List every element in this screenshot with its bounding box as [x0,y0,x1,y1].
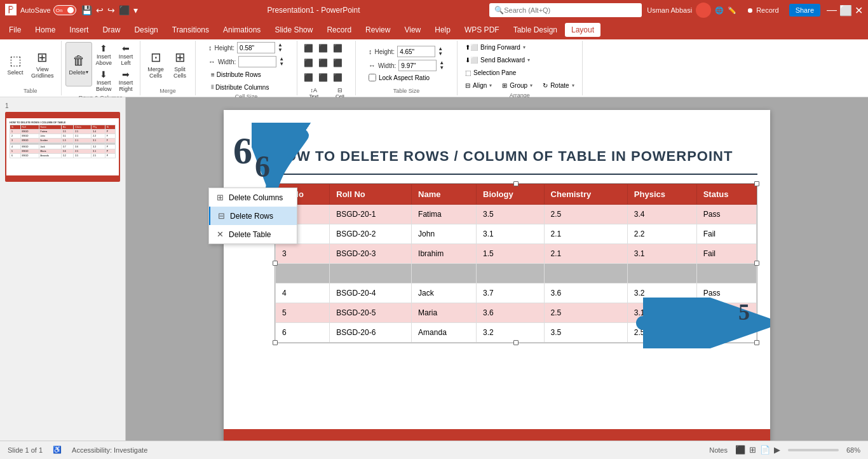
cell-height-input[interactable] [237,42,275,53]
rotate-button[interactable]: ↻ Rotate ▾ [539,80,578,91]
menu-review[interactable]: Review [359,23,397,37]
menu-record[interactable]: Record [320,23,358,37]
menu-table-design[interactable]: Table Design [507,23,564,37]
table-height-icon: ↕ [369,48,372,55]
delete-button[interactable]: 🗑 Delete ▾ [65,42,92,86]
table-width-input[interactable] [398,60,437,71]
delete-rows-item[interactable]: ⊟ Delete Rows [209,207,297,225]
align-mid-right[interactable]: ⬛ [330,57,344,69]
insert-above-button[interactable]: ⬆ Insert Above [93,42,115,67]
status-bar: Slide 1 of 1 ♿ Accessibility: Investigat… [0,441,868,458]
menu-help[interactable]: Help [428,23,457,37]
menu-layout[interactable]: Layout [565,23,600,37]
lock-aspect-label: Lock Aspect Ratio [379,74,430,81]
bring-forward-button[interactable]: ⬆⬜ Bring Forward ▾ [461,42,529,53]
zoom-slider[interactable] [788,449,839,451]
present-icon[interactable]: ⬛ [119,5,130,15]
cell-width-label: Width: [218,58,236,65]
distribute-rows-button[interactable]: ≡ Distribute Rows [208,70,264,79]
handle-tc[interactable] [513,181,519,186]
group-button[interactable]: ⊞ Group ▾ [498,80,536,91]
autosave-toggle[interactable]: On [53,5,76,15]
th-chemistry: Chemistry [544,184,627,205]
insert-below-button[interactable]: ⬇ Insert Below [93,68,115,93]
table-size-group-label: Table Size [393,88,420,94]
handle-mr[interactable] [754,261,759,266]
table-height-input[interactable] [397,46,435,57]
align-mid-left[interactable]: ⬛ [301,57,315,69]
margins-icon: ⊟ [337,87,342,93]
insert-below-icon: ⬇ [100,69,107,79]
dropdown-icon[interactable]: ▾ [133,5,138,15]
table-width-down[interactable]: ▼ [439,65,444,71]
share-button[interactable]: Share [789,4,820,17]
record-button[interactable]: ⏺ Record [740,4,785,17]
search-bar[interactable]: 🔍 [489,3,642,17]
menu-design[interactable]: Design [128,23,164,37]
cell-height-spinners: ▲ ▼ [278,43,283,53]
handle-bl[interactable] [273,340,278,345]
align-button[interactable]: ⊟ Align ▾ [461,80,496,91]
cell-height-down[interactable]: ▼ [278,48,283,53]
ribbon-group-alignment: ⬛ ⬛ ⬛ ⬛ ⬛ ⬛ ⬛ ⬛ ⬛ ↕A Text Direc [297,41,356,95]
insert-left-button[interactable]: ⬅ Insert Left [116,42,136,67]
redo-icon[interactable]: ↪ [107,5,115,15]
record-icon: ⏺ [747,6,754,14]
bring-forward-arrow[interactable]: ▾ [523,45,526,50]
menu-animations[interactable]: Animations [217,23,267,37]
menu-wps[interactable]: WPS PDF [458,23,506,37]
delete-columns-item[interactable]: ⊞ Delete Columns [209,188,297,207]
save-icon[interactable]: 💾 [81,5,92,15]
search-icon: 🔍 [494,6,504,15]
send-backward-arrow[interactable]: ▾ [527,57,530,63]
insert-right-button[interactable]: ➡ Insert Right [116,68,136,93]
cell-width-input[interactable] [238,56,276,67]
align-top-right[interactable]: ⬛ [330,42,344,55]
close-icon[interactable]: ✕ [855,4,863,17]
delete-table-item[interactable]: ✕ Delete Table [209,225,297,243]
table-height-down[interactable]: ▼ [438,51,443,57]
align-top-left[interactable]: ⬛ [301,42,315,55]
normal-view-icon[interactable]: ⬛ [735,445,745,455]
align-bot-left[interactable]: ⬛ [301,71,315,84]
notes-button[interactable]: Notes [709,446,728,454]
align-bot-right[interactable]: ⬛ [330,71,344,84]
handle-bc[interactable] [513,340,519,345]
window-controls: — ⬜ ✕ [827,4,863,17]
distribute-cols-button[interactable]: ⦀ Distribute Columns [208,82,271,92]
slide-sorter-icon[interactable]: ⊞ [749,445,756,455]
app-logo-icon: 🅿 [5,4,17,17]
undo-icon[interactable]: ↩ [96,5,104,15]
restore-icon[interactable]: ⬜ [839,4,852,17]
split-cells-button[interactable]: ⊞ Split Cells [168,42,191,86]
menu-slideshow[interactable]: Slide Show [268,23,319,37]
menu-draw[interactable]: Draw [96,23,126,37]
align-bot-center[interactable]: ⬛ [316,71,330,84]
selection-pane-button[interactable]: ⬚ Selection Pane [461,67,520,78]
handle-tr[interactable] [754,181,759,186]
delete-dropdown-arrow[interactable]: ▾ [86,69,88,75]
search-input[interactable] [504,6,637,14]
globe-icon[interactable]: 🌐 [715,6,724,15]
menu-transitions[interactable]: Transitions [166,23,215,37]
merge-cells-button[interactable]: ⊡ Merge Cells [144,42,167,86]
menu-home[interactable]: Home [29,23,62,37]
align-icon: ⊟ [465,82,470,89]
lock-aspect-checkbox[interactable] [369,74,376,81]
cell-width-down[interactable]: ▼ [279,62,284,67]
select-button[interactable]: ⬚ Select [4,42,27,86]
align-top-center[interactable]: ⬛ [316,42,330,55]
menu-insert[interactable]: Insert [63,23,95,37]
align-mid-center[interactable]: ⬛ [316,57,330,69]
handle-ml[interactable] [273,261,278,266]
menu-file[interactable]: File [3,23,27,37]
slide-thumbnail[interactable]: HOW TO DELETE ROWS / COLUMN OF TABLE SrR… [5,112,120,182]
slideshow-icon[interactable]: ▶ [774,445,780,455]
dist-cols-icon: ⦀ [211,83,214,91]
view-gridlines-button[interactable]: ⊞ View Gridlines [28,42,57,86]
send-backward-button[interactable]: ⬇⬜ Send Backward ▾ [461,55,534,65]
pen-icon[interactable]: ✏️ [728,6,736,15]
menu-view[interactable]: View [398,23,427,37]
minimize-icon[interactable]: — [827,4,837,17]
reading-view-icon[interactable]: 📄 [760,445,770,455]
